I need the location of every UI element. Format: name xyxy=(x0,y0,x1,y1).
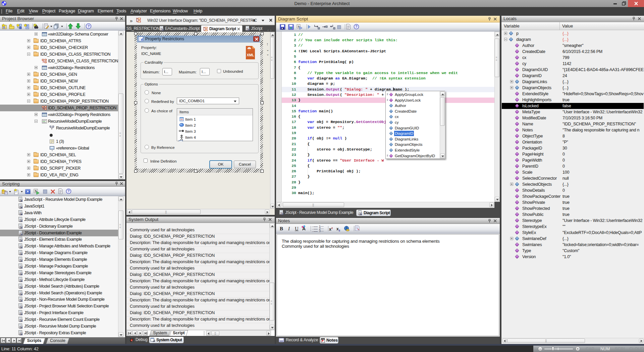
svg-text:?: ? xyxy=(67,189,69,193)
svg-text:?: ? xyxy=(88,24,90,28)
svg-text:5: 5 xyxy=(298,25,300,28)
svg-text:XML: XML xyxy=(247,53,254,57)
svg-text:?: ? xyxy=(355,25,357,28)
